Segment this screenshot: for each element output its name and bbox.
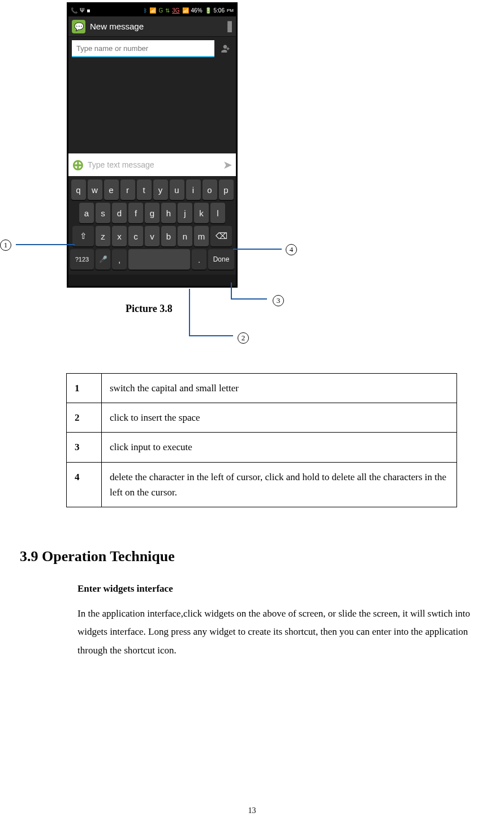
key-q[interactable]: q <box>71 179 86 200</box>
add-contact-icon[interactable] <box>218 41 232 56</box>
phone-screenshot: 📞 Ψ ■ ᛒ 📶 G ⇅ 3G 📶 46% 🔋 5:06 PM 💬 New m… <box>67 2 238 288</box>
key-d[interactable]: d <box>112 203 127 223</box>
battery-icon: 🔋 <box>205 7 212 14</box>
bluetooth-icon: ᛒ <box>144 7 147 14</box>
callout-4: 4 <box>286 243 297 255</box>
clock-time: 5:06 <box>214 7 225 14</box>
signal-icon: 📶 <box>182 7 189 14</box>
phone-icon: 📞 <box>71 7 77 14</box>
table-cell-desc: click to insert the space <box>102 403 457 433</box>
key-y[interactable]: y <box>153 179 168 200</box>
table-cell-desc: click input to execute <box>102 433 457 462</box>
psi-icon: Ψ <box>80 7 84 14</box>
sub-heading: Enter widgets interface <box>77 583 173 595</box>
key-f[interactable]: f <box>128 203 143 223</box>
callout-1: 1 <box>0 238 11 251</box>
callout-3-line-v <box>231 283 232 300</box>
callout-4-line <box>233 249 282 250</box>
key-w[interactable]: w <box>88 179 102 200</box>
key-j[interactable]: j <box>178 203 192 223</box>
table-cell-desc: delete the character in the left of curs… <box>102 462 457 507</box>
key-a[interactable]: a <box>79 203 94 223</box>
key-shift[interactable]: ⇧ <box>72 226 94 246</box>
body-paragraph: In the application interface,click widge… <box>77 605 486 660</box>
table-row: 4 delete the character in the left of cu… <box>67 462 457 507</box>
battery-pct: 46% <box>191 7 203 14</box>
recipient-input[interactable] <box>72 40 214 57</box>
table-cell-num: 4 <box>67 462 102 507</box>
compose-row: ⊕ Type text message ➤ <box>68 153 236 176</box>
table-cell-num: 3 <box>67 433 102 462</box>
wifi-icon: 📶 <box>149 7 156 14</box>
table-row: 2 click to insert the space <box>67 403 457 433</box>
table-cell-num: 1 <box>67 374 102 403</box>
table-cell-desc: switch the capital and small letter <box>102 374 457 403</box>
network-3g: 3G <box>172 7 179 14</box>
key-comma[interactable]: , <box>112 249 127 270</box>
key-c[interactable]: c <box>128 226 143 246</box>
key-m[interactable]: m <box>194 226 209 246</box>
square-icon: ■ <box>87 7 90 14</box>
section-heading: 3.9 Operation Technique <box>20 548 175 565</box>
page-number: 13 <box>0 806 504 815</box>
key-s[interactable]: s <box>96 203 110 223</box>
callout-1-line <box>16 244 75 245</box>
key-p[interactable]: p <box>219 179 234 200</box>
key-backspace[interactable]: ⌫ <box>210 226 232 246</box>
key-k[interactable]: k <box>194 203 209 223</box>
key-e[interactable]: e <box>104 179 119 200</box>
network-g: G <box>158 7 163 14</box>
description-table: 1 switch the capital and small letter 2 … <box>66 373 457 507</box>
key-x[interactable]: x <box>112 226 127 246</box>
key-o[interactable]: o <box>203 179 217 200</box>
key-r[interactable]: r <box>120 179 135 200</box>
key-period[interactable]: . <box>192 249 206 270</box>
key-t[interactable]: t <box>137 179 152 200</box>
data-arrows-icon: ⇅ <box>165 7 170 14</box>
key-mic[interactable]: 🎤 <box>96 249 110 270</box>
callout-2: 2 <box>238 331 249 344</box>
attach-icon[interactable]: ⊕ <box>72 157 84 172</box>
table-cell-num: 2 <box>67 403 102 433</box>
clock-ampm: PM <box>227 8 234 13</box>
table-row: 3 click input to execute <box>67 433 457 462</box>
screen-title: New message <box>90 22 227 31</box>
key-done[interactable]: Done <box>208 249 234 270</box>
key-n[interactable]: n <box>178 226 192 246</box>
messaging-icon: 💬 <box>72 20 85 33</box>
callout-2-line-v <box>189 289 190 336</box>
key-space[interactable] <box>128 249 190 270</box>
send-icon[interactable]: ➤ <box>223 158 232 172</box>
key-h[interactable]: h <box>161 203 176 223</box>
callout-3-line-h <box>231 298 267 300</box>
status-bar: 📞 Ψ ■ ᛒ 📶 G ⇅ 3G 📶 46% 🔋 5:06 PM <box>68 4 236 16</box>
key-symbols[interactable]: ?123 <box>70 249 94 270</box>
callout-3: 3 <box>273 294 284 306</box>
keyboard: q w e r t y u i o p a s d f g h j k l ⇧ … <box>68 176 236 275</box>
key-z[interactable]: z <box>96 226 110 246</box>
figure-caption: Picture 3.8 <box>126 303 173 315</box>
message-input[interactable]: Type text message <box>88 160 219 169</box>
callout-2-line-h <box>189 335 233 336</box>
key-u[interactable]: u <box>170 179 184 200</box>
key-b[interactable]: b <box>161 226 176 246</box>
overflow-menu-icon[interactable]: ■■■ <box>227 22 232 32</box>
key-g[interactable]: g <box>145 203 160 223</box>
table-row: 1 switch the capital and small letter <box>67 374 457 403</box>
key-l[interactable]: l <box>210 203 225 223</box>
key-v[interactable]: v <box>145 226 160 246</box>
app-bar: 💬 New message ■■■ <box>68 16 236 37</box>
recipient-row <box>68 37 236 61</box>
key-i[interactable]: i <box>186 179 201 200</box>
messages-area <box>68 61 236 153</box>
